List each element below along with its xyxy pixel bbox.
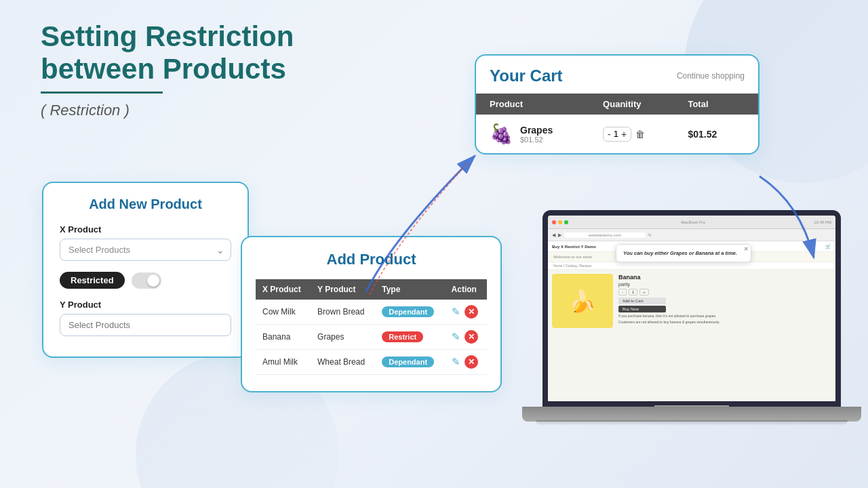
y-product-cell: Brown Bread [311, 300, 375, 325]
store-name: Buy X Restrict Y Demo [552, 245, 596, 249]
table-row: Cow Milk Brown Bread Dependant ✎ ✕ [256, 300, 487, 325]
buy-now-btn[interactable]: Buy Now [618, 306, 666, 312]
restricted-toggle-row: Restricted [60, 272, 231, 289]
product-details: Banana parity - 1 + Add to Cart Buy Now … [618, 274, 831, 328]
restriction-text-2: Customers are not allowed to buy banana … [618, 320, 831, 325]
cart-product-price: $01.52 [520, 136, 553, 144]
table-row: Amul Milk Wheat Bread Dependant ✎ ✕ [256, 350, 487, 375]
screen-qty-plus[interactable]: + [639, 289, 649, 296]
main-title: Setting Restriction between Products [41, 20, 326, 86]
col-type: Type [375, 279, 444, 300]
tl-red [552, 220, 556, 224]
action-icons: ✎ ✕ [452, 355, 480, 369]
x-product-select-wrapper[interactable]: Select Products [60, 239, 231, 261]
cart-row: 🍇 Grapes $01.52 - 1 + 🗑 $01.52 [476, 115, 758, 153]
cart-product-name: Grapes [520, 125, 553, 136]
action-cell: ✎ ✕ [445, 350, 487, 375]
title-underline [41, 92, 163, 94]
qty-decrease-btn[interactable]: - [608, 129, 611, 140]
screen-qty-minus[interactable]: - [618, 289, 627, 296]
screen-qty-row: - 1 + [618, 289, 831, 296]
nav-forward[interactable]: ▶ [558, 232, 561, 238]
qty-increase-btn[interactable]: + [621, 129, 627, 140]
cart-title: Your Cart [490, 66, 563, 85]
restricted-toggle[interactable] [132, 272, 161, 289]
cart-icon[interactable]: 🛒 [825, 244, 831, 249]
cart-product-info: 🍇 Grapes $01.52 [490, 123, 603, 145]
type-cell: Dependant [375, 350, 444, 375]
toast-close-icon[interactable]: ✕ [743, 246, 748, 252]
screen-nav: ◀ ▶ websitedemo.com ↻ [548, 229, 835, 241]
type-badge: Dependant [382, 357, 434, 367]
laptop-mockup: MacBook Pro 10:45 PM ◀ ▶ websitedemo.com… [522, 210, 861, 468]
screen-product-area: 🍌 Banana parity - 1 + Add to Cart Buy No… [548, 270, 835, 332]
x-product-cell: Amul Milk [256, 350, 311, 375]
product-price: parity [618, 282, 831, 287]
x-product-select[interactable]: Select Products [60, 239, 231, 261]
screen-topbar: MacBook Pro 10:45 PM [548, 216, 835, 229]
continue-shopping-link[interactable]: Continue shopping [677, 71, 745, 81]
y-product-label: Y Product [60, 300, 231, 310]
type-badge: Dependant [382, 306, 434, 317]
trash-icon[interactable]: 🗑 [635, 129, 645, 140]
qty-control: - 1 + [603, 127, 631, 142]
cart-card: Your Cart Continue shopping Product Quan… [475, 54, 760, 155]
add-new-product-title: Add New Product [60, 197, 231, 212]
cart-col-quantity: Quanitity [603, 99, 688, 109]
cart-header: Your Cart Continue shopping [476, 56, 758, 94]
edit-icon[interactable]: ✎ [452, 331, 460, 343]
type-cell: Restrict [375, 325, 444, 350]
qty-control-area: - 1 + 🗑 [603, 127, 688, 142]
screen-toast: You can buy either Grapes or Banana at a… [616, 244, 751, 262]
type-badge: Restrict [382, 331, 423, 342]
col-y-product: Y Product [311, 279, 375, 300]
nav-back[interactable]: ◀ [552, 232, 555, 238]
add-to-cart-btn[interactable]: Add to Cart [618, 298, 666, 304]
delete-icon[interactable]: ✕ [465, 305, 478, 319]
add-product-title: Add Product [256, 251, 487, 268]
cart-table-header: Product Quanitity Total [476, 94, 758, 115]
add-product-card: Add Product X Product Y Product Type Act… [241, 236, 502, 392]
address-bar[interactable]: websitedemo.com [564, 232, 646, 238]
laptop-screen-content: MacBook Pro 10:45 PM ◀ ▶ websitedemo.com… [548, 216, 835, 401]
product-title: Banana [618, 274, 831, 281]
y-product-cell: Wheat Bread [311, 350, 375, 375]
action-icons: ✎ ✕ [452, 305, 480, 319]
restriction-text-1: If you purchase banana, then it's not al… [618, 314, 831, 319]
x-product-cell: Banana [256, 325, 311, 350]
action-cell: ✎ ✕ [445, 300, 487, 325]
delete-icon[interactable]: ✕ [465, 330, 478, 344]
y-product-input[interactable] [60, 314, 231, 336]
qty-value: 1 [614, 129, 618, 139]
laptop-screen: MacBook Pro 10:45 PM ◀ ▶ websitedemo.com… [542, 210, 841, 407]
y-product-cell: Grapes [311, 325, 375, 350]
cart-col-total: Total [688, 99, 745, 109]
product-image: 🍌 [552, 274, 613, 328]
screen-qty-val: 1 [629, 289, 637, 296]
subtitle: ( Restriction ) [41, 102, 326, 119]
delete-icon[interactable]: ✕ [465, 355, 478, 369]
cart-col-product: Product [490, 99, 603, 109]
toast-text: You can buy either Grapes or Banana at a… [623, 250, 737, 256]
laptop-base [522, 407, 861, 422]
x-product-label: X Product [60, 224, 231, 235]
cart-item-total: $01.52 [688, 129, 745, 140]
edit-icon[interactable]: ✎ [452, 306, 460, 318]
action-cell: ✎ ✕ [445, 325, 487, 350]
action-icons: ✎ ✕ [452, 330, 480, 344]
tl-yellow [558, 220, 562, 224]
screen-breadcrumb: Home / Catalog / Banana [548, 262, 835, 270]
type-cell: Dependant [375, 300, 444, 325]
add-new-product-card: Add New Product X Product Select Product… [42, 182, 249, 358]
restricted-label: Restricted [60, 272, 125, 289]
col-x-product: X Product [256, 279, 311, 300]
grape-icon: 🍇 [490, 123, 513, 145]
tl-green [564, 220, 568, 224]
product-table: X Product Y Product Type Action Cow Milk… [256, 279, 487, 375]
table-row: Banana Grapes Restrict ✎ ✕ [256, 325, 487, 350]
title-area: Setting Restriction between Products ( R… [41, 20, 326, 119]
edit-icon[interactable]: ✎ [452, 356, 460, 368]
col-action: Action [445, 279, 487, 300]
x-product-cell: Cow Milk [256, 300, 311, 325]
cart-product-details: Grapes $01.52 [520, 125, 553, 144]
